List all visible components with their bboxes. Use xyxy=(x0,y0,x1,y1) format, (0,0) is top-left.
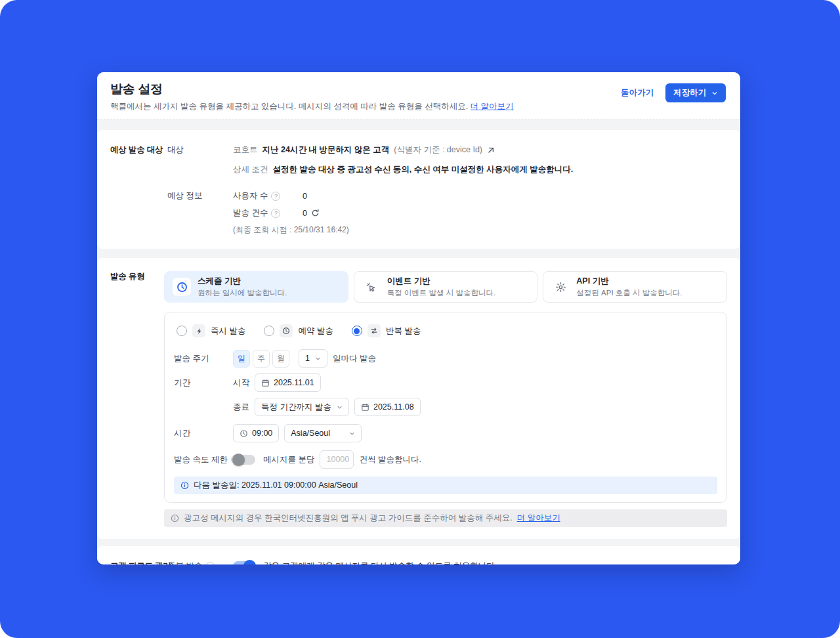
send-type-card-event[interactable]: 이벤트 기반 특정 이벤트 발생 시 발송합니다. xyxy=(354,271,538,303)
fatigue-section: 고객 피로도 관리 중복 발송 ? 같은 고객에게 같은 메시지를 다시 발송할… xyxy=(97,546,740,564)
gear-icon xyxy=(551,278,570,296)
schedule-settings-container: 즉시 발송 예약 발송 xyxy=(164,312,727,503)
send-count-value: 0 xyxy=(303,209,307,218)
period-start-date-input[interactable]: 2025.11.01 xyxy=(255,373,321,392)
page-header-text: 발송 설정 핵클에서는 세가지 발송 유형을 제공하고 있습니다. 메시지의 성… xyxy=(110,81,514,112)
cycle-unit-month[interactable]: 월 xyxy=(272,350,289,368)
clock-icon xyxy=(240,429,248,438)
card-title: 이벤트 기반 xyxy=(387,276,495,287)
cycle-row: 발송 주기 일 주 월 1 xyxy=(174,349,717,368)
duplicate-send-toggle[interactable] xyxy=(233,561,255,564)
rate-limit-label: 발송 속도 제한 xyxy=(174,454,228,465)
time-input[interactable]: 09:00 xyxy=(233,424,279,442)
cycle-unit-day[interactable]: 일 xyxy=(233,350,250,368)
radio-repeat-send[interactable]: 반복 발송 xyxy=(352,324,421,337)
expected-target-section: 예상 발송 대상 대상 코호트 지난 24시간 내 방문하지 않은 고객 (식별… xyxy=(97,130,740,249)
send-type-card-api[interactable]: API 기반 설정된 API 호출 시 발송합니다. xyxy=(543,271,727,303)
radio-label: 즉시 발송 xyxy=(211,326,245,337)
radio-circle xyxy=(264,326,274,336)
card-desc: 원하는 일시에 발송합니다. xyxy=(198,288,287,298)
timezone-value: Asia/Seoul xyxy=(291,429,330,438)
rate-limit-toggle[interactable] xyxy=(233,455,255,465)
card-title: API 기반 xyxy=(576,276,682,287)
repeat-icon xyxy=(368,324,381,337)
user-count-value: 0 xyxy=(303,192,307,201)
cycle-interval-select[interactable]: 1 xyxy=(299,349,327,368)
detail-condition-row: 상세 조건 설정한 발송 대상 중 광고성 수신 동의, 수신 여부 미설정한 … xyxy=(233,164,727,175)
card-desc: 특정 이벤트 발생 시 발송합니다. xyxy=(387,288,495,298)
detail-condition-value: 설정한 발송 대상 중 광고성 수신 동의, 수신 여부 미설정한 사용자에게 … xyxy=(272,164,573,175)
lightning-icon xyxy=(192,324,205,337)
cohort-label: 코호트 xyxy=(233,144,258,156)
rate-limit-value-input[interactable] xyxy=(320,450,354,469)
help-circle-icon[interactable]: ? xyxy=(271,192,280,201)
card-title: 스케줄 기반 xyxy=(198,276,287,287)
target-content: 코호트 지난 24시간 내 방문하지 않은 고객 (식별자 기준 : devic… xyxy=(233,144,727,175)
ad-guideline-text: 광고성 메시지의 경우 한국인터넷진흥원의 앱 푸시 광고 가이드를 준수하여 … xyxy=(184,513,513,524)
page-subtitle-text: 핵클에서는 세가지 발송 유형을 제공하고 있습니다. 메시지의 성격에 따라 … xyxy=(110,102,468,111)
chevron-down-icon xyxy=(711,90,718,96)
next-send-text: 다음 발송일: 2025.11.01 09:00:00 Asia/Seoul xyxy=(194,480,358,491)
section-title-send-type: 발송 유형 xyxy=(110,271,164,282)
period-end-mode-select[interactable]: 특정 기간까지 발송 xyxy=(255,398,349,416)
send-settings-panel: 발송 설정 핵클에서는 세가지 발송 유형을 제공하고 있습니다. 메시지의 성… xyxy=(97,72,740,564)
send-type-cards: 스케줄 기반 원하는 일시에 발송합니다. 이벤트 기반 특정 이벤트 발생 시… xyxy=(164,271,727,303)
page-header: 발송 설정 핵클에서는 세가지 발송 유형을 제공하고 있습니다. 메시지의 성… xyxy=(97,72,740,119)
learn-more-link[interactable]: 더 알아보기 xyxy=(471,102,514,111)
header-actions: 돌아가기 저장하기 xyxy=(616,83,726,102)
period-start-date-value: 2025.11.01 xyxy=(274,378,314,387)
info-circle-icon xyxy=(180,481,189,490)
time-row: 시간 09:00 Asia/Seoul xyxy=(174,424,717,442)
send-type-content: 스케줄 기반 원하는 일시에 발송합니다. 이벤트 기반 특정 이벤트 발생 시… xyxy=(164,271,727,527)
rate-limit-row: 발송 속도 제한 ? 메시지를 분당 건씩 발송합니다. xyxy=(174,450,717,469)
radio-circle-selected xyxy=(352,326,362,336)
save-button-label: 저장하기 xyxy=(673,87,706,98)
cycle-unit-segmented: 일 주 월 xyxy=(233,350,289,368)
chevron-down-icon xyxy=(349,431,355,436)
period-end-label: 종료 xyxy=(233,402,249,413)
target-label: 대상 xyxy=(167,144,233,156)
refresh-icon[interactable] xyxy=(311,209,320,217)
timezone-select[interactable]: Asia/Seoul xyxy=(284,424,362,442)
period-start-row: 기간 시작 2025.11.01 xyxy=(174,373,717,392)
calendar-icon xyxy=(361,403,369,412)
period-start-label: 시작 xyxy=(233,377,249,389)
page-title: 발송 설정 xyxy=(110,81,514,98)
cycle-interval-value: 1 xyxy=(305,354,310,363)
user-count-label: 사용자 수 xyxy=(233,190,268,202)
cycle-suffix: 일마다 발송 xyxy=(333,353,376,364)
period-end-row: 종료 특정 기간까지 발송 xyxy=(174,398,717,416)
radio-reserved-send[interactable]: 예약 발송 xyxy=(264,324,333,337)
period-label: 기간 xyxy=(174,377,233,389)
help-circle-icon[interactable]: ? xyxy=(271,209,280,218)
external-link-icon[interactable] xyxy=(487,146,495,154)
expected-info-label: 예상 정보 xyxy=(167,190,233,202)
send-type-card-schedule[interactable]: 스케줄 기반 원하는 일시에 발송합니다. xyxy=(164,271,348,303)
clock-icon xyxy=(173,278,191,296)
expected-info-content: 사용자 수 ? 0 발송 건수 ? 0 xyxy=(233,190,727,236)
send-count-row: 발송 건수 ? 0 xyxy=(233,207,727,219)
user-count-row: 사용자 수 ? 0 xyxy=(233,190,727,202)
clock-icon xyxy=(280,324,293,337)
save-button[interactable]: 저장하기 xyxy=(665,83,726,102)
cycle-unit-week[interactable]: 주 xyxy=(253,350,270,368)
last-checked-timestamp: (최종 조회 시점 : 25/10/31 16:42) xyxy=(233,224,727,236)
rate-limit-prefix: 메시지를 분당 xyxy=(263,454,314,465)
next-send-banner: 다음 발송일: 2025.11.01 09:00:00 Asia/Seoul xyxy=(174,477,717,494)
cohort-meta: (식별자 기준 : device Id) xyxy=(394,144,482,156)
help-circle-icon[interactable]: ? xyxy=(205,562,215,565)
time-label: 시간 xyxy=(174,428,233,439)
section-title-expected-target: 예상 발송 대상 xyxy=(110,144,167,156)
notice-learn-more-link[interactable]: 더 알아보기 xyxy=(517,513,560,524)
radio-instant-send[interactable]: 즉시 발송 xyxy=(177,324,245,337)
toggle-knob xyxy=(232,454,245,466)
info-circle-icon xyxy=(171,514,179,522)
page-subtitle: 핵클에서는 세가지 발송 유형을 제공하고 있습니다. 메시지의 성격에 따라 … xyxy=(110,101,514,112)
card-desc: 설정된 API 호출 시 발송합니다. xyxy=(576,288,682,298)
cycle-label: 발송 주기 xyxy=(174,353,233,364)
back-button[interactable]: 돌아가기 xyxy=(616,83,659,102)
period-end-date-input[interactable]: 2025.11.08 xyxy=(354,398,421,416)
period-end-date-value: 2025.11.08 xyxy=(373,402,414,412)
ad-guideline-notice: 광고성 메시지의 경우 한국인터넷진흥원의 앱 푸시 광고 가이드를 준수하여 … xyxy=(164,509,727,527)
chevron-down-icon xyxy=(315,356,321,362)
